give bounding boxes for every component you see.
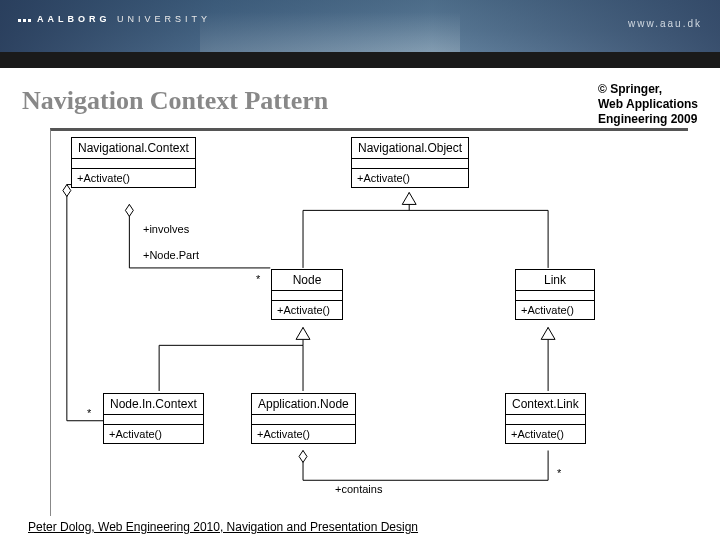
site-url: www.aau.dk — [628, 18, 702, 29]
class-op: +Activate() — [104, 425, 203, 443]
class-op: +Activate() — [506, 425, 585, 443]
attr-line3: Engineering 2009 — [598, 112, 698, 127]
uml-diagram: Navigational.Context +Activate() Navigat… — [50, 128, 688, 516]
assoc-star1: * — [256, 273, 260, 285]
footer-text: Peter Dolog, Web Engineering 2010, Navig… — [28, 520, 418, 534]
class-op: +Activate() — [72, 169, 195, 187]
class-name: Node.In.Context — [104, 394, 203, 415]
header-banner: AALBORG UNIVERSITY www.aau.dk — [0, 0, 720, 52]
class-op: +Activate() — [516, 301, 594, 319]
class-name: Link — [516, 270, 594, 291]
class-name: Context.Link — [506, 394, 585, 415]
class-navigational-object: Navigational.Object +Activate() — [351, 137, 469, 188]
attr-line2: Web Applications — [598, 97, 698, 112]
assoc-contains: +contains — [335, 483, 382, 495]
class-application-node: Application.Node +Activate() — [251, 393, 356, 444]
assoc-star2: * — [557, 467, 561, 479]
page-title: Navigation Context Pattern — [22, 86, 698, 116]
university-logo: AALBORG UNIVERSITY — [18, 14, 211, 24]
class-name: Node — [272, 270, 342, 291]
logo-light: UNIVERSITY — [111, 14, 212, 24]
assoc-nodepart: +Node.Part — [143, 249, 199, 261]
attr-line1: © Springer, — [598, 82, 698, 97]
class-name: Navigational.Object — [352, 138, 468, 159]
connectors — [51, 131, 688, 516]
attribution: © Springer, Web Applications Engineering… — [598, 82, 698, 127]
class-context-link: Context.Link +Activate() — [505, 393, 586, 444]
class-name: Navigational.Context — [72, 138, 195, 159]
assoc-star3: * — [87, 407, 91, 419]
header-stripe — [0, 52, 720, 68]
class-op: +Activate() — [352, 169, 468, 187]
class-name: Application.Node — [252, 394, 355, 415]
class-op: +Activate() — [272, 301, 342, 319]
logo-bold: AALBORG — [37, 14, 111, 24]
assoc-involves: +involves — [143, 223, 189, 235]
class-navigational-context: Navigational.Context +Activate() — [71, 137, 196, 188]
class-node: Node +Activate() — [271, 269, 343, 320]
class-node-in-context: Node.In.Context +Activate() — [103, 393, 204, 444]
class-link: Link +Activate() — [515, 269, 595, 320]
class-op: +Activate() — [252, 425, 355, 443]
